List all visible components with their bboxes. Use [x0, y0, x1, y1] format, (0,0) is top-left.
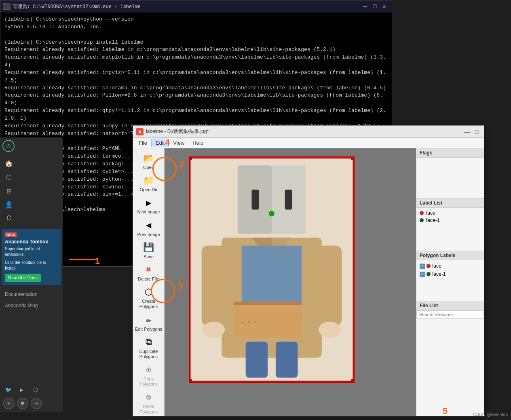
- anaconda-nav-packages[interactable]: ⬡: [2, 171, 61, 184]
- save-icon: 💾: [142, 241, 155, 254]
- home-icon: 🏠: [5, 159, 13, 167]
- flags-content: [416, 158, 484, 198]
- cmd-line-2: Python 3.6.13 :: Anaconda, Inc.: [4, 23, 388, 31]
- file-list-content: [416, 319, 484, 416]
- file-list-section: File List: [416, 301, 484, 416]
- anaconda-nav: 🏠 ⬡ ⊞ 👤 C: [0, 154, 63, 227]
- dup-poly-icon: ⧉: [142, 336, 155, 349]
- paste-polygons-button[interactable]: ⊗ Paste Polygons: [134, 389, 163, 416]
- anaconda-nav-c[interactable]: C: [2, 212, 61, 225]
- read-docs-button[interactable]: Read the Docs: [5, 274, 41, 282]
- grid-button[interactable]: ⊞: [17, 398, 28, 409]
- paste-poly-label: Paste Polygons: [135, 404, 163, 414]
- label-list-panel: Label List face face-1: [416, 198, 484, 251]
- users-icon: 👤: [5, 201, 13, 209]
- labelme-controls: — □: [463, 128, 481, 136]
- search-filename-input[interactable]: [416, 310, 484, 319]
- cmd-line-8: Requirement already satisfied: colorama …: [4, 84, 388, 92]
- dup-poly-label: Duplicate Polygons: [135, 349, 163, 359]
- polygon-labels-content: face face-1: [416, 260, 484, 301]
- labelme-body: 📂 Open 📁 Open Dir ▶ Next Image ◀ Prev Im…: [133, 148, 484, 416]
- flags-panel: Flags: [416, 148, 484, 198]
- add-button[interactable]: ＋: [3, 398, 15, 409]
- label-item-face: face: [418, 209, 482, 217]
- svg-rect-17: [246, 342, 268, 378]
- cmd-titlebar-left: ⬛ 管理员: C:\WINDOWS\system32\cmd.exe - lab…: [4, 3, 141, 10]
- svg-rect-8: [285, 190, 292, 210]
- twitter-icon[interactable]: 🐦: [3, 385, 13, 395]
- polygon-labels-header: Polygon Labels: [416, 251, 484, 260]
- open-dir-button[interactable]: 📁 Open Dir: [134, 173, 163, 194]
- next-image-button[interactable]: ▶ Next Image: [134, 195, 163, 216]
- menu-edit[interactable]: Edit: [151, 139, 169, 147]
- svg-text:★ × ×: ★ × ×: [242, 319, 256, 325]
- anaconda-nav-home[interactable]: 🏠: [2, 157, 61, 170]
- menu-help[interactable]: Help: [188, 139, 207, 147]
- cmd-close-button[interactable]: ✕: [380, 2, 389, 11]
- toolbox-body: Click the Toolbox tile to Install.: [5, 260, 58, 271]
- canvas-image: ★ × ×: [189, 156, 355, 383]
- cmd-controls: — □ ✕: [361, 2, 389, 11]
- menu-view[interactable]: View: [169, 139, 188, 147]
- cmd-minimize-button[interactable]: —: [361, 2, 369, 11]
- github-icon[interactable]: ⬡: [31, 385, 40, 395]
- anaconda-nav-users[interactable]: 👤: [2, 198, 61, 211]
- canvas-area[interactable]: ★ × ×: [165, 148, 416, 416]
- svg-rect-22: [189, 379, 192, 383]
- duplicate-polygons-button[interactable]: ⧉ Duplicate Polygons: [134, 334, 163, 361]
- labelme-minimize-button[interactable]: —: [463, 128, 471, 136]
- open-button[interactable]: 📂 Open: [134, 150, 163, 172]
- svg-point-13: [319, 322, 341, 338]
- prev-image-button[interactable]: ◀ Prev Image: [134, 217, 163, 239]
- poly-face-1-dot: [427, 272, 431, 276]
- toolbox-subtitle: Supercharged local notebooks.: [5, 246, 58, 257]
- polygon-item-face: face: [418, 262, 482, 270]
- delete-icon: ✖: [142, 264, 155, 276]
- toolbar: 📂 Open 📁 Open Dir ▶ Next Image ◀ Prev Im…: [133, 148, 165, 416]
- cmd-title: 管理员: C:\WINDOWS\system32\cmd.exe - label…: [13, 3, 141, 10]
- cmd-titlebar: ⬛ 管理员: C:\WINDOWS\system32\cmd.exe - lab…: [0, 0, 392, 13]
- labelme-titlebar: ▣ labelme - D:/数据集/头像.jpg* — □: [133, 126, 484, 138]
- svg-point-12: [203, 322, 225, 338]
- polygon-item-face-1: face-1: [418, 270, 482, 278]
- labelme-title: labelme - D:/数据集/头像.jpg*: [146, 128, 209, 135]
- next-label: Next Image: [137, 209, 160, 215]
- save-label: Save: [144, 254, 154, 260]
- face-1-label-text: face-1: [426, 217, 439, 223]
- labelme-maximize-button[interactable]: □: [473, 128, 481, 136]
- anaconda-nav-links: Documentation Anaconda Blog: [0, 287, 63, 313]
- save-button[interactable]: 💾 Save: [134, 240, 163, 261]
- svg-rect-23: [351, 379, 355, 383]
- anaconda-blog-link[interactable]: Anaconda Blog: [2, 300, 61, 311]
- delete-label: Delete File: [138, 276, 159, 282]
- menu-file[interactable]: File: [135, 139, 151, 147]
- paste-poly-icon: ⊗: [142, 391, 155, 404]
- youtube-icon[interactable]: ▶: [17, 385, 27, 395]
- next-icon: ▶: [142, 196, 155, 209]
- anaconda-documentation-link[interactable]: Documentation: [2, 289, 61, 300]
- cmd-line-5: Requirement already satisfied: labelme i…: [4, 46, 388, 54]
- face-1-color-dot: [420, 218, 424, 222]
- edit-polygons-button[interactable]: ✏ Edit Polygons: [134, 312, 163, 333]
- blog-label: Anaconda Blog: [5, 303, 38, 308]
- svg-rect-18: [276, 342, 298, 378]
- open-dir-icon: 📁: [142, 174, 155, 187]
- prev-icon: ◀: [142, 219, 155, 232]
- toolbox-ad: NEW Anaconda Toolbox Supercharged local …: [2, 229, 61, 285]
- copy-polygons-button[interactable]: ⊕ Copy Polygons: [134, 362, 163, 388]
- cmd-line-4: (labelme) C:\Users\leech>pip install lab…: [4, 39, 388, 46]
- label-item-face-1: face-1: [418, 217, 482, 224]
- poly-face-1-text: face-1: [432, 271, 446, 277]
- flags-header: Flags: [416, 148, 484, 158]
- cmd-maximize-button[interactable]: □: [371, 2, 379, 11]
- create-polygons-button[interactable]: ⬡ Create Polygons: [134, 284, 163, 311]
- anaconda-social: 🐦 ▶ ⬡: [0, 382, 63, 398]
- face-checkbox[interactable]: [420, 264, 425, 269]
- polygon-labels-panel: Polygon Labels face face-1: [416, 251, 484, 301]
- csdn-watermark: CSDN @leecheni: [473, 412, 508, 417]
- anaconda-nav-environments[interactable]: ⊞: [2, 184, 61, 197]
- delete-file-button[interactable]: ✖ Delete File: [134, 262, 163, 283]
- face-1-checkbox[interactable]: [420, 272, 425, 277]
- arrow-button[interactable]: →: [31, 398, 42, 409]
- file-list-header: File List: [416, 301, 484, 310]
